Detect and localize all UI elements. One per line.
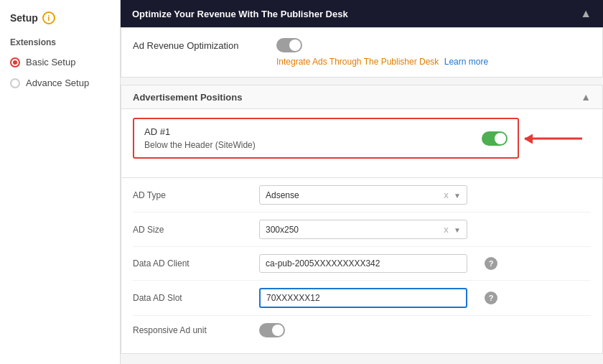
sidebar-header: Setup i — [0, 9, 120, 33]
ad-type-select-wrapper: Adsense x ▼ — [259, 185, 467, 205]
toggle-knob — [289, 39, 301, 51]
ad-type-select[interactable]: Adsense x ▼ — [259, 185, 467, 205]
ad1-left: AD #1 Below the Header (SiteWide) — [144, 126, 256, 150]
ad1-box: AD #1 Below the Header (SiteWide) — [133, 118, 519, 159]
ad1-toggle[interactable] — [482, 131, 508, 146]
form-row-ad-client: Data AD Client ? — [133, 247, 591, 281]
ad-positions-section: Advertisement Positions ▲ AD #1 Below th… — [121, 85, 603, 354]
ad-slot-input[interactable] — [259, 288, 467, 308]
top-banner-title: Optimize Your Revenue With The Publisher… — [132, 9, 348, 19]
radio-basic-setup — [10, 57, 20, 67]
ad-type-label: AD Type — [133, 190, 248, 200]
sidebar-section: Extensions — [0, 33, 120, 52]
form-section: AD Type Adsense x ▼ AD Size 300x — [121, 178, 603, 354]
top-banner: Optimize Your Revenue With The Publisher… — [121, 0, 603, 27]
ad1-sublabel: Below the Header (SiteWide) — [144, 140, 256, 150]
ad-client-input-wrapper — [259, 254, 467, 273]
section-chevron[interactable]: ▲ — [581, 91, 591, 103]
ad-size-caret[interactable]: ▼ — [454, 226, 461, 234]
sidebar-item-label: Advance Setup — [26, 78, 89, 88]
main-content: Optimize Your Revenue With The Publisher… — [121, 0, 603, 364]
top-banner-close[interactable]: ▲ — [580, 7, 592, 20]
ad-size-label: AD Size — [133, 225, 248, 235]
ad-size-select[interactable]: 300x250 x ▼ — [259, 220, 467, 239]
ad-type-caret[interactable]: ▼ — [454, 192, 461, 200]
ad-type-value: Adsense — [266, 190, 299, 200]
sidebar-title: Setup — [10, 12, 38, 24]
sidebar-item-label: Basic Setup — [26, 57, 75, 67]
ad-type-clear[interactable]: x — [444, 190, 449, 200]
ad-slot-help-icon[interactable]: ? — [485, 291, 497, 304]
radio-advance-setup — [10, 78, 20, 88]
ad-slot-label: Data AD Slot — [133, 293, 248, 303]
ad-positions-content: AD #1 Below the Header (SiteWide) — [121, 108, 603, 178]
form-row-ad-type: AD Type Adsense x ▼ — [133, 178, 591, 213]
ad-revenue-toggle[interactable] — [276, 38, 302, 52]
form-row-ad-slot: Data AD Slot ? — [133, 281, 591, 316]
form-row-responsive: Responsive Ad unit — [133, 316, 591, 345]
ad-revenue-content: Ad Revenue Optimization Integrate Ads Th… — [133, 38, 591, 67]
ad-client-input[interactable] — [259, 254, 467, 273]
ad-positions-header: Advertisement Positions ▲ — [121, 85, 603, 108]
ad-revenue-row: Ad Revenue Optimization Integrate Ads Th… — [121, 28, 602, 77]
ad-size-controls: x ▼ — [444, 224, 461, 235]
ad-client-help-icon[interactable]: ? — [485, 257, 497, 270]
ad-type-controls: x ▼ — [444, 190, 461, 200]
sidebar-item-advance-setup[interactable]: Advance Setup — [0, 73, 120, 93]
sidebar-item-basic-setup[interactable]: Basic Setup — [0, 52, 120, 73]
form-row-ad-size: AD Size 300x250 x ▼ — [133, 213, 591, 247]
responsive-toggle-knob — [272, 325, 284, 336]
red-arrow — [525, 137, 582, 139]
integrate-text-label: Integrate Ads Through The Publisher Desk — [276, 57, 439, 67]
red-arrow-container — [525, 137, 582, 139]
ad-positions-title: Advertisement Positions — [133, 92, 242, 103]
info-icon[interactable]: i — [42, 11, 55, 24]
learn-more-link[interactable]: Learn more — [444, 57, 488, 67]
ad-slot-input-wrapper — [259, 288, 467, 308]
responsive-toggle[interactable] — [259, 323, 285, 337]
ad-client-label: Data AD Client — [133, 258, 248, 269]
ad-size-select-wrapper: 300x250 x ▼ — [259, 220, 467, 239]
ad-revenue-card: Ad Revenue Optimization Integrate Ads Th… — [121, 27, 603, 78]
responsive-label: Responsive Ad unit — [133, 325, 248, 335]
ad1-label: AD #1 — [144, 126, 256, 137]
ad1-toggle-knob — [495, 133, 506, 144]
ad-revenue-toggle-wrapper: Integrate Ads Through The Publisher Desk… — [276, 38, 488, 67]
ad-revenue-label: Ad Revenue Optimization — [133, 38, 248, 51]
ad1-container: AD #1 Below the Header (SiteWide) — [133, 118, 519, 159]
integrate-text: Integrate Ads Through The Publisher Desk… — [276, 57, 488, 67]
ad-size-clear[interactable]: x — [444, 224, 449, 235]
ad-size-value: 300x250 — [266, 225, 299, 235]
sidebar: Setup i Extensions Basic Setup Advance S… — [0, 0, 121, 364]
